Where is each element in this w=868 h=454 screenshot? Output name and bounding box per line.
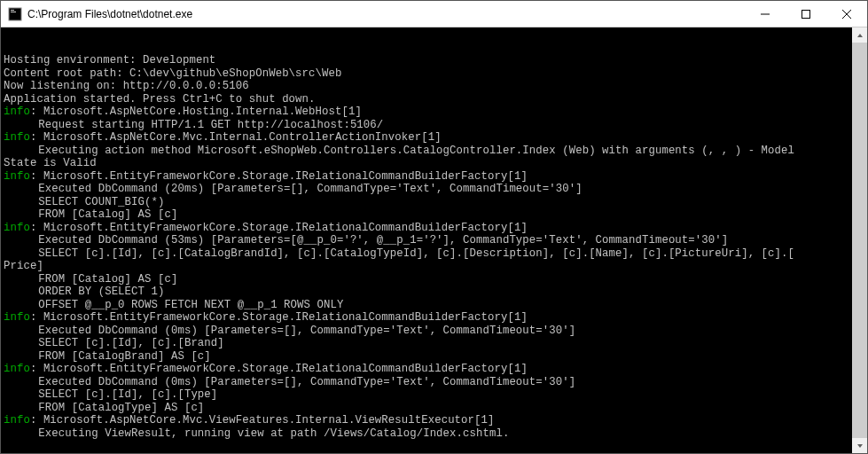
console-line: Request starting HTTP/1.1 GET http://loc… [4,119,867,132]
scroll-thumb[interactable] [852,43,867,438]
log-level-info: info [4,131,30,144]
minimize-button[interactable] [745,1,786,27]
log-separator: : [30,414,43,427]
log-text: Application started. Press Ctrl+C to shu… [4,93,316,106]
log-text: Microsoft.AspNetCore.Mvc.ViewFeatures.In… [43,414,495,427]
log-text: Microsoft.EntityFrameworkCore.Storage.IR… [43,311,528,324]
console-output: Hosting environment: DevelopmentContent … [1,53,867,440]
console-line: Executed DbCommand (0ms) [Parameters=[],… [4,325,867,338]
scroll-up-button[interactable] [852,27,867,43]
console-line: info: Microsoft.AspNetCore.Mvc.Internal.… [4,131,867,145]
console-line: info: Microsoft.EntityFrameworkCore.Stor… [4,311,867,325]
log-text: Microsoft.AspNetCore.Hosting.Internal.We… [43,106,362,118]
log-separator: : [30,170,43,183]
svg-rect-1 [11,10,14,11]
log-level-info: info [4,106,30,118]
console-line: FROM [CatalogType] AS [c] [4,402,867,415]
titlebar: C:\Program Files\dotnet\dotnet.exe [1,1,867,27]
console-line: SELECT COUNT_BIG(*) [4,196,867,209]
log-text: SELECT [c].[Id], [c].[CatalogBrandId], [… [38,247,794,260]
console-line: Executed DbCommand (53ms) [Parameters=[@… [4,234,867,247]
vertical-scrollbar[interactable] [852,27,867,453]
log-text: Microsoft.EntityFrameworkCore.Storage.IR… [43,363,528,375]
console-line: State is Valid [4,157,867,170]
console-line: info: Microsoft.EntityFrameworkCore.Stor… [4,222,867,235]
console-line: SELECT [c].[Id], [c].[CatalogBrandId], [… [4,247,867,261]
log-text: FROM [CatalogBrand] AS [c] [38,350,210,363]
log-level-info: info [4,363,30,375]
console-line: Executing ViewResult, running view at pa… [4,427,867,441]
log-text: SELECT [c].[Id], [c].[Brand] [38,337,223,349]
log-text: Now listening on: http://0.0.0.0:5106 [4,80,249,92]
console-line: SELECT [c].[Id], [c].[Brand] [4,337,867,350]
log-text: Executed DbCommand (0ms) [Parameters=[],… [38,376,575,388]
console-line: FROM [Catalog] AS [c] [4,208,867,222]
log-text: Executed DbCommand (20ms) [Parameters=[]… [38,183,582,195]
log-text: SELECT COUNT_BIG(*) [38,196,164,208]
log-separator: : [30,222,43,234]
console-line: info: Microsoft.AspNetCore.Hosting.Inter… [4,106,867,119]
log-text: OFFSET @__p_0 ROWS FETCH NEXT @__p_1 ROW… [38,299,343,311]
window-controls [745,1,867,27]
console-line: Now listening on: http://0.0.0.0:5106 [4,80,867,93]
console-line: ORDER BY (SELECT 1) [4,286,867,299]
console-line: info: Microsoft.EntityFrameworkCore.Stor… [4,363,867,376]
scroll-track[interactable] [852,43,867,438]
log-text: State is Valid [4,157,97,169]
console-line: Executing action method Microsoft.eShopW… [4,145,867,158]
log-text: Executed DbCommand (0ms) [Parameters=[],… [38,325,575,337]
log-text: Hosting environment: Development [4,54,215,67]
console-line: Executed DbCommand (20ms) [Parameters=[]… [4,183,867,196]
log-text: FROM [Catalog] AS [c] [38,273,177,286]
log-text: Microsoft.EntityFrameworkCore.Storage.IR… [43,222,528,234]
log-level-info: info [4,311,30,324]
log-text: Content root path: C:\dev\github\eShopOn… [4,67,341,80]
console-line: FROM [Catalog] AS [c] [4,273,867,286]
log-text: Microsoft.EntityFrameworkCore.Storage.IR… [43,170,528,183]
console-line: Content root path: C:\dev\github\eShopOn… [4,67,867,81]
console-line: Price] [4,260,867,273]
console-line: OFFSET @__p_0 ROWS FETCH NEXT @__p_1 ROW… [4,299,867,312]
log-text: Executing action method Microsoft.eShopW… [38,145,794,157]
console-line: FROM [CatalogBrand] AS [c] [4,350,867,364]
close-button[interactable] [826,1,867,27]
log-text: Executed DbCommand (53ms) [Parameters=[@… [38,234,728,247]
window-title: C:\Program Files\dotnet\dotnet.exe [27,8,745,20]
console-line: Executed DbCommand (0ms) [Parameters=[],… [4,376,867,389]
scroll-down-button[interactable] [852,438,867,453]
console-line: info: Microsoft.EntityFrameworkCore.Stor… [4,170,867,184]
console-line: SELECT [c].[Id], [c].[Type] [4,388,867,402]
console-line: Application started. Press Ctrl+C to shu… [4,93,867,106]
maximize-button[interactable] [786,1,826,27]
log-separator: : [30,131,43,144]
log-text: Executing ViewResult, running view at pa… [38,427,509,440]
log-text: FROM [CatalogType] AS [c] [38,402,204,414]
svg-rect-4 [802,10,810,18]
console-area[interactable]: Hosting environment: DevelopmentContent … [1,27,867,453]
log-text: FROM [Catalog] AS [c] [38,208,177,221]
log-text: Price] [4,260,43,272]
log-text: Microsoft.AspNetCore.Mvc.Internal.Contro… [43,131,442,144]
app-icon [8,7,22,21]
log-level-info: info [4,170,30,183]
console-line: Hosting environment: Development [4,54,867,67]
log-text: ORDER BY (SELECT 1) [38,286,164,298]
log-level-info: info [4,414,30,427]
log-separator: : [30,363,43,375]
log-level-info: info [4,222,30,234]
svg-rect-2 [11,12,16,12]
console-line: info: Microsoft.AspNetCore.Mvc.ViewFeatu… [4,414,867,427]
log-separator: : [30,106,43,118]
log-separator: : [30,311,43,324]
log-text: SELECT [c].[Id], [c].[Type] [38,388,217,401]
log-text: Request starting HTTP/1.1 GET http://loc… [38,119,383,131]
